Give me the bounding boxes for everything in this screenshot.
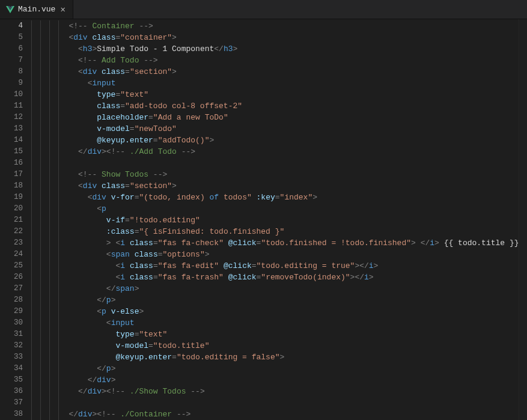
line-number: 8 (0, 66, 31, 78)
line-number: 23 (0, 237, 31, 249)
line-number: 9 (0, 78, 31, 89)
code-line[interactable]: <div class="section"> (31, 180, 527, 192)
code-line[interactable]: <i class="fas fa-trash" @click="removeTo… (31, 272, 527, 283)
line-number: 5 (0, 32, 31, 43)
tab-filename: Main.vue (18, 5, 55, 14)
line-number: 22 (0, 226, 31, 237)
code-line[interactable]: <!-- Add Todo --> (31, 55, 527, 66)
code-line[interactable]: </p> (31, 363, 527, 374)
line-number: 35 (0, 374, 31, 386)
code-line[interactable]: <div class="section"> (31, 66, 527, 78)
code-line[interactable]: <!-- Container --> (31, 20, 527, 32)
code-line[interactable]: <span class="options"> (31, 249, 527, 260)
code-line[interactable]: v-model="todo.title" (31, 340, 527, 352)
code-line[interactable]: <input (31, 78, 527, 89)
line-number: 15 (0, 146, 31, 157)
code-line[interactable]: <p v-else> (31, 306, 527, 317)
line-number: 29 (0, 306, 31, 317)
code-line[interactable]: @keyup.enter="addTodo()"> (31, 135, 527, 146)
code-line[interactable]: > <i class="fas fa-check" @click="todo.f… (31, 237, 527, 249)
line-number: 31 (0, 329, 31, 340)
code-editor[interactable]: 4567891011121314151617181920212223242526… (0, 19, 527, 420)
line-number: 12 (0, 112, 31, 123)
line-number: 26 (0, 272, 31, 283)
code-line[interactable]: <input (31, 317, 527, 329)
close-icon[interactable]: ✕ (59, 5, 66, 14)
line-number: 28 (0, 294, 31, 306)
line-number: 27 (0, 283, 31, 294)
line-number: 4 (0, 20, 31, 32)
line-number: 16 (0, 157, 31, 169)
code-line[interactable] (31, 397, 527, 409)
code-line[interactable]: </div><!-- ./Container --> (31, 409, 527, 420)
code-line[interactable]: :class="{ isFinished: todo.finished }" (31, 226, 527, 237)
code-line[interactable]: <h3>Simple Todo - 1 Component</h3> (31, 43, 527, 55)
code-line[interactable] (31, 157, 527, 169)
line-number: 7 (0, 55, 31, 66)
line-number: 10 (0, 89, 31, 100)
code-line[interactable]: </div><!-- ./Add Todo --> (31, 146, 527, 157)
code-line[interactable]: <i class="fas fa-edit" @click="todo.edit… (31, 260, 527, 272)
line-number: 6 (0, 43, 31, 55)
code-line[interactable]: <p (31, 203, 527, 215)
code-line[interactable]: placeholder="Add a new ToDo" (31, 112, 527, 123)
line-number: 11 (0, 100, 31, 112)
overview-ruler (519, 19, 527, 420)
line-number: 32 (0, 340, 31, 352)
code-line[interactable]: @keyup.enter="todo.editing = false"> (31, 352, 527, 363)
line-number-gutter: 4567891011121314151617181920212223242526… (0, 19, 31, 420)
code-line[interactable]: </div><!-- ./Show Todos --> (31, 386, 527, 397)
tab-bar: Main.vue ✕ (0, 0, 527, 19)
code-line[interactable]: type="text" (31, 89, 527, 100)
line-number: 18 (0, 180, 31, 192)
line-number: 37 (0, 397, 31, 409)
code-line[interactable]: <div class="container"> (31, 32, 527, 43)
code-line[interactable]: v-model="newTodo" (31, 123, 527, 135)
line-number: 25 (0, 260, 31, 272)
code-line[interactable]: </div> (31, 374, 527, 386)
tab-main-vue[interactable]: Main.vue ✕ (0, 0, 73, 19)
line-number: 38 (0, 409, 31, 420)
line-number: 30 (0, 317, 31, 329)
vue-icon (6, 5, 14, 14)
code-line[interactable]: <!-- Show Todos --> (31, 169, 527, 180)
code-line[interactable]: <div v-for="(todo, index) of todos" :key… (31, 192, 527, 203)
line-number: 17 (0, 169, 31, 180)
line-number: 19 (0, 192, 31, 203)
line-number: 21 (0, 215, 31, 226)
code-area[interactable]: <!-- Container --> <div class="container… (31, 19, 527, 420)
code-line[interactable]: v-if="!todo.editing" (31, 215, 527, 226)
code-line[interactable]: class="add-todo col-8 offset-2" (31, 100, 527, 112)
code-line[interactable]: </span> (31, 283, 527, 294)
line-number: 36 (0, 386, 31, 397)
line-number: 13 (0, 123, 31, 135)
code-line[interactable]: </p> (31, 294, 527, 306)
line-number: 34 (0, 363, 31, 374)
code-line[interactable]: type="text" (31, 329, 527, 340)
line-number: 33 (0, 352, 31, 363)
line-number: 20 (0, 203, 31, 215)
line-number: 24 (0, 249, 31, 260)
line-number: 14 (0, 135, 31, 146)
